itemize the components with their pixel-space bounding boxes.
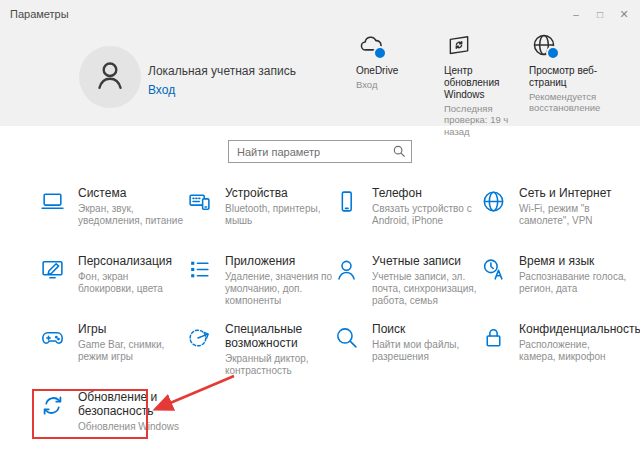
status-item-2[interactable]: Просмотр веб-страницРекомендуется восста… bbox=[529, 32, 615, 114]
tile-sub: Удаление, значения по умолчанию, доп. ко… bbox=[225, 271, 333, 307]
tile-специальные-возможности[interactable]: Специальные возможностиЭкранный диктор, … bbox=[187, 322, 334, 390]
devices-icon bbox=[187, 189, 213, 218]
status-sub: Рекомендуется восстановление bbox=[529, 91, 601, 114]
account-name: Локальная учетная запись bbox=[148, 64, 296, 78]
avatar bbox=[79, 46, 141, 108]
search-box bbox=[228, 140, 412, 163]
status-label: Центр обновления Windows bbox=[444, 65, 516, 101]
phone-icon bbox=[334, 189, 360, 218]
tile-приложения[interactable]: ПриложенияУдаление, значения по умолчани… bbox=[187, 254, 334, 322]
personalization-icon bbox=[40, 257, 66, 286]
tile-сеть-и-интернет[interactable]: Сеть и ИнтернетWi-Fi, режим "в самолете"… bbox=[481, 186, 628, 254]
gaming-icon bbox=[40, 325, 66, 354]
status-label: OneDrive bbox=[356, 65, 428, 77]
tile-sub: Экранный диктор, контрастность bbox=[225, 353, 333, 377]
status-sub: Вход bbox=[356, 79, 428, 90]
status-item-0[interactable]: OneDriveВход bbox=[356, 32, 442, 90]
tile-label: Телефон bbox=[372, 186, 480, 200]
onedrive-cloud-icon bbox=[358, 32, 384, 58]
tile-sub: Найти мои файлы, разрешения bbox=[372, 339, 480, 363]
search-tile-icon bbox=[334, 325, 360, 354]
person-icon bbox=[92, 57, 128, 97]
tile-sub: Обновления Windows bbox=[78, 421, 186, 433]
status-item-1[interactable]: Центр обновления WindowsПоследняя провер… bbox=[444, 32, 530, 137]
tile-sub: Связать устройство с Android, iPhone bbox=[372, 203, 480, 227]
tile-телефон[interactable]: ТелефонСвязать устройство с Android, iPh… bbox=[334, 186, 481, 254]
search-input[interactable] bbox=[228, 140, 412, 163]
tile-sub: Wi-Fi, режим "в самолете", VPN bbox=[519, 203, 627, 227]
tile-sub: Учетные записи, эл. почта, синхронизация… bbox=[372, 271, 480, 307]
tile-учетные-записи[interactable]: Учетные записиУчетные записи, эл. почта,… bbox=[334, 254, 481, 322]
update-security-icon bbox=[40, 393, 66, 422]
window-controls: – □ ✕ bbox=[564, 0, 636, 28]
apps-icon bbox=[187, 257, 213, 286]
tile-обновление-и-безопасность[interactable]: Обновление и безопасностьОбновления Wind… bbox=[40, 390, 187, 458]
minimize-icon[interactable]: – bbox=[564, 0, 588, 28]
tile-sub: Распознавание голоса, регион, дата bbox=[519, 271, 627, 295]
network-icon bbox=[481, 189, 507, 218]
settings-window: Параметры – □ ✕ Локальная учетная запись… bbox=[0, 0, 640, 463]
update-center-icon bbox=[446, 32, 472, 58]
tile-label: Конфиденциальность bbox=[519, 322, 627, 336]
tile-label: Устройства bbox=[225, 186, 333, 200]
tile-label: Время и язык bbox=[519, 254, 627, 268]
settings-tiles-grid: СистемаЭкран, звук, уведомления, питание… bbox=[40, 186, 628, 458]
window-title: Параметры bbox=[10, 8, 69, 20]
tile-конфиденциальность[interactable]: КонфиденциальностьРасположение, камера, … bbox=[481, 322, 628, 390]
tile-label: Игры bbox=[78, 322, 186, 336]
notification-dot bbox=[373, 46, 387, 60]
maximize-icon[interactable]: □ bbox=[588, 0, 612, 28]
time-language-icon bbox=[481, 257, 507, 286]
accessibility-icon bbox=[187, 325, 213, 354]
tile-label: Сеть и Интернет bbox=[519, 186, 627, 200]
privacy-icon bbox=[481, 325, 507, 354]
tile-label: Приложения bbox=[225, 254, 333, 268]
status-sub: Последняя проверка: 19 ч назад bbox=[444, 103, 516, 137]
tile-персонализация[interactable]: ПерсонализацияФон, экран блокировки, цве… bbox=[40, 254, 187, 322]
tile-устройства[interactable]: УстройстваBluetooth, принтеры, мышь bbox=[187, 186, 334, 254]
tile-label: Специальные возможности bbox=[225, 322, 333, 350]
tile-label: Учетные записи bbox=[372, 254, 480, 268]
status-label: Просмотр веб-страниц bbox=[529, 65, 601, 89]
tile-поиск[interactable]: ПоискНайти мои файлы, разрешения bbox=[334, 322, 481, 390]
header-region: Параметры – □ ✕ Локальная учетная запись… bbox=[0, 0, 640, 126]
titlebar: Параметры – □ ✕ bbox=[0, 0, 640, 28]
tile-время-и-язык[interactable]: Время и языкРаспознавание голоса, регион… bbox=[481, 254, 628, 322]
tile-система[interactable]: СистемаЭкран, звук, уведомления, питание bbox=[40, 186, 187, 254]
notification-dot bbox=[546, 46, 560, 60]
tile-label: Поиск bbox=[372, 322, 480, 336]
tile-sub: Расположение, камера, микрофон bbox=[519, 339, 627, 363]
tile-label: Система bbox=[78, 186, 186, 200]
tile-sub: Game Bar, снимки, режим игры bbox=[78, 339, 186, 363]
close-icon[interactable]: ✕ bbox=[612, 0, 636, 28]
tile-sub: Фон, экран блокировки, цвета bbox=[78, 271, 186, 295]
account-signin-link[interactable]: Вход bbox=[148, 83, 175, 97]
web-globe-icon bbox=[531, 32, 557, 58]
tile-label: Персонализация bbox=[78, 254, 186, 268]
tile-label: Обновление и безопасность bbox=[78, 390, 186, 418]
accounts-icon bbox=[334, 257, 360, 286]
tile-sub: Bluetooth, принтеры, мышь bbox=[225, 203, 333, 227]
tile-игры[interactable]: ИгрыGame Bar, снимки, режим игры bbox=[40, 322, 187, 390]
tile-sub: Экран, звук, уведомления, питание bbox=[78, 203, 186, 227]
system-icon bbox=[40, 189, 66, 218]
